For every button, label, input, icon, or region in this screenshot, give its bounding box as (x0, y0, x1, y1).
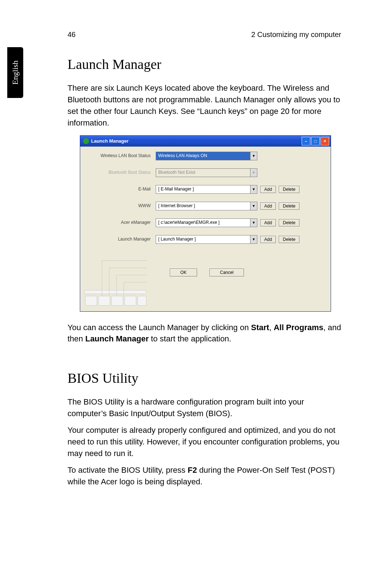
label-wlan: Wireless LAN Boot Status (85, 153, 156, 159)
row-wlan: Wireless LAN Boot Status Wireless LAN Al… (85, 152, 326, 160)
chevron-down-icon[interactable]: ▼ (250, 218, 257, 227)
delete-button[interactable]: Delete (279, 202, 299, 210)
combo-bluetooth: Bluetooth Not Exist ▼ (156, 168, 257, 177)
window-buttons: – □ × (302, 137, 329, 145)
content: Launch Manager There are six Launch Keys… (68, 56, 343, 493)
heading-bios: BIOS Utility (68, 370, 343, 386)
svg-rect-2 (98, 296, 110, 305)
window-body: Wireless LAN Boot Status Wireless LAN Al… (80, 147, 331, 311)
page: English 46 2 Customizing my computer Lau… (0, 0, 392, 562)
minimize-icon: – (305, 139, 307, 144)
label-emanager: Acer eManager (85, 220, 156, 225)
chevron-down-icon[interactable]: ▼ (250, 235, 257, 244)
delete-button[interactable]: Delete (279, 236, 299, 243)
page-number: 46 (68, 30, 75, 39)
chevron-down-icon[interactable]: ▼ (250, 202, 257, 210)
combo-www-value: [ Internet Browser ] (156, 202, 250, 210)
add-button[interactable]: Add (260, 186, 276, 193)
label-www: WWW (85, 204, 156, 209)
add-button[interactable]: Add (260, 202, 276, 210)
close-icon: × (323, 139, 326, 144)
row-emanager: Acer eManager [ c:\acer\eManager\EMGR.ex… (85, 218, 326, 227)
delete-button[interactable]: Delete (279, 186, 299, 193)
figure-wrap: Launch Manager – □ × Wireless LAN Boot S… (68, 135, 343, 312)
combo-email[interactable]: [ E-Mail Manager ] ▼ (156, 185, 257, 194)
combo-launchmgr-value: [ Launch Manager ] (156, 235, 250, 244)
combo-emanager-value: [ c:\acer\eManager\EMGR.exe ] (156, 218, 250, 227)
svg-rect-0 (85, 290, 146, 294)
row-www: WWW [ Internet Browser ] ▼ Add Delete (85, 202, 326, 210)
chapter-title: 2 Customizing my computer (251, 30, 341, 39)
add-button[interactable]: Add (260, 219, 276, 226)
minimize-button[interactable]: – (302, 137, 310, 145)
cancel-button[interactable]: Cancel (209, 268, 244, 276)
chevron-down-icon[interactable]: ▼ (250, 152, 257, 160)
titlebar[interactable]: Launch Manager – □ × (80, 136, 331, 147)
row-bluetooth: Bluetooth Boot Status Bluetooth Not Exis… (85, 168, 326, 177)
launch-manager-window: Launch Manager – □ × Wireless LAN Boot S… (80, 135, 331, 312)
label-bluetooth: Bluetooth Boot Status (85, 170, 156, 175)
svg-rect-5 (138, 296, 146, 305)
chevron-down-icon[interactable]: ▼ (250, 185, 257, 194)
keyboard-illustration (83, 250, 148, 308)
language-tab-label: English (11, 60, 20, 85)
combo-emanager[interactable]: [ c:\acer\eManager\EMGR.exe ] ▼ (156, 218, 257, 227)
maximize-button[interactable]: □ (311, 137, 320, 145)
delete-button[interactable]: Delete (279, 219, 299, 226)
chevron-down-icon: ▼ (250, 168, 257, 177)
combo-launchmgr[interactable]: [ Launch Manager ] ▼ (156, 235, 257, 244)
svg-rect-4 (124, 296, 136, 305)
row-email: E-Mail [ E-Mail Manager ] ▼ Add Delete (85, 185, 326, 194)
ok-button[interactable]: OK (170, 268, 197, 276)
combo-email-value: [ E-Mail Manager ] (156, 185, 250, 194)
paragraph-bios-1: The BIOS Utility is a hardware configura… (68, 396, 343, 419)
label-email: E-Mail (85, 187, 156, 192)
language-tab: English (7, 47, 23, 98)
row-launchmgr: Launch Manager [ Launch Manager ] ▼ Add … (85, 235, 326, 244)
titlebar-left: Launch Manager (83, 138, 128, 144)
combo-wlan-value: Wireless LAN Always ON (156, 152, 250, 160)
svg-rect-1 (85, 296, 97, 305)
combo-bluetooth-value: Bluetooth Not Exist (156, 168, 250, 177)
add-button[interactable]: Add (260, 236, 276, 243)
combo-www[interactable]: [ Internet Browser ] ▼ (156, 202, 257, 210)
maximize-icon: □ (314, 139, 317, 144)
close-button[interactable]: × (320, 137, 329, 145)
combo-wlan[interactable]: Wireless LAN Always ON ▼ (156, 152, 257, 160)
heading-launch-manager: Launch Manager (68, 56, 343, 72)
svg-rect-3 (111, 296, 123, 305)
paragraph-intro: There are six Launch Keys located above … (68, 82, 343, 129)
window-title: Launch Manager (91, 138, 128, 144)
paragraph-access: You can access the Launch Manager by cli… (68, 322, 343, 345)
paragraph-bios-3: To activate the BIOS Utility, press F2 d… (68, 464, 343, 488)
label-launchmgr: Launch Manager (85, 237, 156, 242)
paragraph-bios-2: Your computer is already properly config… (68, 424, 343, 459)
app-icon (83, 138, 89, 144)
